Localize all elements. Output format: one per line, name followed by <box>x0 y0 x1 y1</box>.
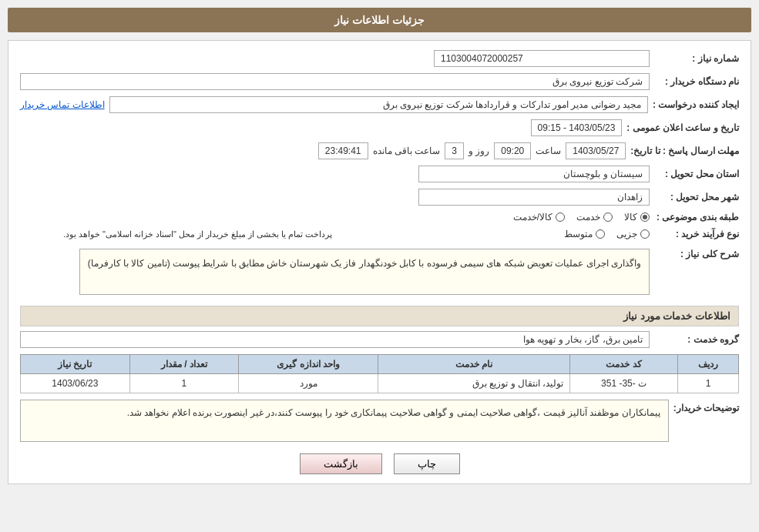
deadline-remaining-label: ساعت باقی مانده <box>373 146 441 156</box>
service-group-value: تامین برق، گاز، بخار و تهویه هوا <box>20 331 650 348</box>
need-desc-label: شرح کلی نیاز : <box>654 246 739 259</box>
category-kala[interactable]: کالا <box>624 212 650 223</box>
deadline-day-label: روز و <box>468 146 489 156</box>
category-label: طبقه بندی موضوعی : <box>654 212 739 223</box>
category-both-label: کالا/خدمت <box>513 212 552 223</box>
col-header-date: تاریخ نیاز <box>21 355 130 374</box>
process-motavaset[interactable]: متوسط <box>564 229 605 239</box>
page-title: جزئیات اطلاعات نیاز <box>8 8 751 32</box>
service-group-label: گروه خدمت : <box>654 334 739 345</box>
cell-row: 1 <box>677 374 738 393</box>
process-options: جزیی متوسط <box>338 229 650 239</box>
need-number-value: 1103004072000257 <box>434 50 650 67</box>
buyer-org-label: نام دستگاه خریدار : <box>654 76 739 87</box>
city-label: شهر محل تحویل : <box>654 192 739 202</box>
process-motavaset-radio[interactable] <box>596 229 605 239</box>
deadline-remaining-time: 23:49:41 <box>318 142 368 159</box>
category-khadamat-radio[interactable] <box>603 212 613 222</box>
process-jozi[interactable]: جزیی <box>616 229 650 239</box>
services-table: ردیف کد خدمت نام خدمت واحد اندازه گیری ت… <box>20 354 739 393</box>
table-row: 1 ت -35- 351 تولید، انتقال و توزیع برق م… <box>21 374 739 393</box>
cell-unit: مورد <box>239 374 378 393</box>
deadline-date: 1403/05/27 <box>566 142 626 159</box>
category-kala-label: کالا <box>624 212 637 223</box>
services-section-title: اطلاعات خدمات مورد نیاز <box>20 306 739 326</box>
deadline-days: 3 <box>445 142 464 159</box>
category-khadamat[interactable]: خدمت <box>576 212 613 223</box>
contact-link[interactable]: اطلاعات تماس خریدار <box>20 99 105 110</box>
col-header-qty: تعداد / مقدار <box>129 355 239 374</box>
buyer-notes-value: پیمانکاران موظفند آنالیز قیمت ،گواهی صلا… <box>20 400 669 442</box>
deadline-label: مهلت ارسال پاسخ : تا تاریخ: <box>630 146 739 156</box>
print-button[interactable]: چاپ <box>394 453 460 474</box>
cell-qty: 1 <box>129 374 239 393</box>
category-both-radio[interactable] <box>556 212 565 222</box>
col-header-unit: واحد اندازه گیری <box>239 355 378 374</box>
need-number-label: شماره نیاز : <box>654 53 739 64</box>
category-both[interactable]: کالا/خدمت <box>513 212 565 223</box>
process-motavaset-label: متوسط <box>564 229 593 239</box>
cell-date: 1403/06/23 <box>21 374 130 393</box>
province-label: استان محل تحویل : <box>654 169 739 179</box>
deadline-time: 09:20 <box>494 142 531 159</box>
need-desc-value: واگذاری اجرای عملیات تعویض شبکه های سیمی… <box>79 249 650 295</box>
announce-datetime-value: 1403/05/23 - 09:15 <box>531 119 623 136</box>
creator-value: مجید رضوانی مدیر امور تدارکات و قرارداده… <box>109 96 648 113</box>
col-header-code: کد خدمت <box>570 355 678 374</box>
cell-code: ت -35- 351 <box>570 374 678 393</box>
back-button[interactable]: بازگشت <box>300 453 382 474</box>
cell-name: تولید، انتقال و توزیع برق <box>378 374 570 393</box>
announce-datetime-label: تاریخ و ساعت اعلان عمومی : <box>626 122 739 133</box>
category-khadamat-label: خدمت <box>576 212 600 223</box>
col-header-name: نام خدمت <box>378 355 570 374</box>
province-value: سیستان و بلوچستان <box>418 166 650 182</box>
category-options: کالا خدمت کالا/خدمت <box>20 212 650 223</box>
col-header-row: ردیف <box>677 355 738 374</box>
buttons-row: چاپ بازگشت <box>20 453 739 474</box>
category-kala-radio[interactable] <box>640 212 650 222</box>
process-jozi-label: جزیی <box>616 229 637 239</box>
process-desc: پرداخت تمام یا بخشی از مبلغ خریدار از مح… <box>20 229 333 239</box>
buyer-notes-label: توضیحات خریدار: <box>673 400 739 413</box>
city-value: زاهدان <box>418 189 650 206</box>
creator-label: ایجاد کننده درخواست : <box>653 99 739 110</box>
deadline-time-label: ساعت <box>536 146 561 156</box>
process-jozi-radio[interactable] <box>640 229 650 239</box>
process-label: نوع فرآیند خرید : <box>654 229 739 239</box>
buyer-org-value: شرکت توزیع نیروی برق <box>20 73 650 90</box>
